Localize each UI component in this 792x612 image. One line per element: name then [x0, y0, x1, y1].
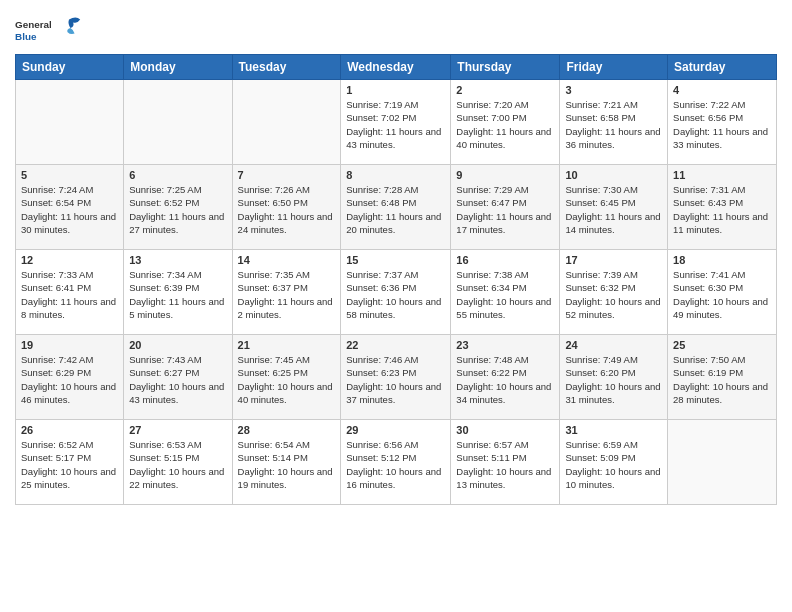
- day-info: Sunrise: 7:37 AM Sunset: 6:36 PM Dayligh…: [346, 268, 445, 321]
- calendar-cell: 15Sunrise: 7:37 AM Sunset: 6:36 PM Dayli…: [341, 250, 451, 335]
- day-info: Sunrise: 7:49 AM Sunset: 6:20 PM Dayligh…: [565, 353, 662, 406]
- calendar-cell: 12Sunrise: 7:33 AM Sunset: 6:41 PM Dayli…: [16, 250, 124, 335]
- calendar-cell: 14Sunrise: 7:35 AM Sunset: 6:37 PM Dayli…: [232, 250, 341, 335]
- calendar-cell: 22Sunrise: 7:46 AM Sunset: 6:23 PM Dayli…: [341, 335, 451, 420]
- day-info: Sunrise: 7:22 AM Sunset: 6:56 PM Dayligh…: [673, 98, 771, 151]
- calendar-cell: [668, 420, 777, 505]
- day-number: 3: [565, 84, 662, 96]
- day-info: Sunrise: 6:56 AM Sunset: 5:12 PM Dayligh…: [346, 438, 445, 491]
- day-number: 6: [129, 169, 226, 181]
- day-number: 8: [346, 169, 445, 181]
- calendar-cell: 10Sunrise: 7:30 AM Sunset: 6:45 PM Dayli…: [560, 165, 668, 250]
- day-info: Sunrise: 7:41 AM Sunset: 6:30 PM Dayligh…: [673, 268, 771, 321]
- day-info: Sunrise: 7:29 AM Sunset: 6:47 PM Dayligh…: [456, 183, 554, 236]
- calendar-header-thursday: Thursday: [451, 55, 560, 80]
- calendar-cell: 11Sunrise: 7:31 AM Sunset: 6:43 PM Dayli…: [668, 165, 777, 250]
- day-number: 15: [346, 254, 445, 266]
- day-number: 17: [565, 254, 662, 266]
- day-info: Sunrise: 7:20 AM Sunset: 7:00 PM Dayligh…: [456, 98, 554, 151]
- day-info: Sunrise: 7:46 AM Sunset: 6:23 PM Dayligh…: [346, 353, 445, 406]
- calendar-cell: 29Sunrise: 6:56 AM Sunset: 5:12 PM Dayli…: [341, 420, 451, 505]
- day-number: 20: [129, 339, 226, 351]
- day-info: Sunrise: 6:54 AM Sunset: 5:14 PM Dayligh…: [238, 438, 336, 491]
- day-info: Sunrise: 7:24 AM Sunset: 6:54 PM Dayligh…: [21, 183, 118, 236]
- day-number: 16: [456, 254, 554, 266]
- day-number: 26: [21, 424, 118, 436]
- day-info: Sunrise: 7:42 AM Sunset: 6:29 PM Dayligh…: [21, 353, 118, 406]
- day-number: 9: [456, 169, 554, 181]
- day-info: Sunrise: 7:34 AM Sunset: 6:39 PM Dayligh…: [129, 268, 226, 321]
- day-info: Sunrise: 7:33 AM Sunset: 6:41 PM Dayligh…: [21, 268, 118, 321]
- calendar-header-saturday: Saturday: [668, 55, 777, 80]
- day-number: 1: [346, 84, 445, 96]
- calendar-cell: 8Sunrise: 7:28 AM Sunset: 6:48 PM Daylig…: [341, 165, 451, 250]
- calendar-week-row: 12Sunrise: 7:33 AM Sunset: 6:41 PM Dayli…: [16, 250, 777, 335]
- calendar-cell: 26Sunrise: 6:52 AM Sunset: 5:17 PM Dayli…: [16, 420, 124, 505]
- calendar-header-row: SundayMondayTuesdayWednesdayThursdayFrid…: [16, 55, 777, 80]
- day-number: 21: [238, 339, 336, 351]
- calendar-week-row: 26Sunrise: 6:52 AM Sunset: 5:17 PM Dayli…: [16, 420, 777, 505]
- calendar-cell: 19Sunrise: 7:42 AM Sunset: 6:29 PM Dayli…: [16, 335, 124, 420]
- calendar-cell: 18Sunrise: 7:41 AM Sunset: 6:30 PM Dayli…: [668, 250, 777, 335]
- calendar-cell: 30Sunrise: 6:57 AM Sunset: 5:11 PM Dayli…: [451, 420, 560, 505]
- calendar-cell: 21Sunrise: 7:45 AM Sunset: 6:25 PM Dayli…: [232, 335, 341, 420]
- calendar-cell: 7Sunrise: 7:26 AM Sunset: 6:50 PM Daylig…: [232, 165, 341, 250]
- calendar: SundayMondayTuesdayWednesdayThursdayFrid…: [15, 54, 777, 505]
- calendar-header-sunday: Sunday: [16, 55, 124, 80]
- day-number: 23: [456, 339, 554, 351]
- day-number: 2: [456, 84, 554, 96]
- calendar-week-row: 1Sunrise: 7:19 AM Sunset: 7:02 PM Daylig…: [16, 80, 777, 165]
- calendar-cell: 3Sunrise: 7:21 AM Sunset: 6:58 PM Daylig…: [560, 80, 668, 165]
- day-number: 29: [346, 424, 445, 436]
- calendar-header-tuesday: Tuesday: [232, 55, 341, 80]
- day-info: Sunrise: 6:57 AM Sunset: 5:11 PM Dayligh…: [456, 438, 554, 491]
- calendar-cell: 25Sunrise: 7:50 AM Sunset: 6:19 PM Dayli…: [668, 335, 777, 420]
- calendar-cell: 2Sunrise: 7:20 AM Sunset: 7:00 PM Daylig…: [451, 80, 560, 165]
- calendar-cell: 24Sunrise: 7:49 AM Sunset: 6:20 PM Dayli…: [560, 335, 668, 420]
- day-number: 18: [673, 254, 771, 266]
- calendar-cell: 28Sunrise: 6:54 AM Sunset: 5:14 PM Dayli…: [232, 420, 341, 505]
- day-number: 7: [238, 169, 336, 181]
- calendar-cell: [124, 80, 232, 165]
- day-info: Sunrise: 7:38 AM Sunset: 6:34 PM Dayligh…: [456, 268, 554, 321]
- calendar-cell: 13Sunrise: 7:34 AM Sunset: 6:39 PM Dayli…: [124, 250, 232, 335]
- svg-text:General: General: [15, 19, 51, 30]
- day-number: 12: [21, 254, 118, 266]
- logo-container: General Blue: [15, 10, 83, 46]
- day-number: 24: [565, 339, 662, 351]
- day-number: 5: [21, 169, 118, 181]
- calendar-cell: 17Sunrise: 7:39 AM Sunset: 6:32 PM Dayli…: [560, 250, 668, 335]
- day-number: 30: [456, 424, 554, 436]
- day-info: Sunrise: 6:52 AM Sunset: 5:17 PM Dayligh…: [21, 438, 118, 491]
- header: General Blue: [15, 10, 777, 46]
- day-info: Sunrise: 7:48 AM Sunset: 6:22 PM Dayligh…: [456, 353, 554, 406]
- day-number: 27: [129, 424, 226, 436]
- day-number: 22: [346, 339, 445, 351]
- calendar-header-friday: Friday: [560, 55, 668, 80]
- logo-bird-icon: [55, 14, 83, 42]
- calendar-cell: 9Sunrise: 7:29 AM Sunset: 6:47 PM Daylig…: [451, 165, 560, 250]
- calendar-cell: 5Sunrise: 7:24 AM Sunset: 6:54 PM Daylig…: [16, 165, 124, 250]
- calendar-cell: 6Sunrise: 7:25 AM Sunset: 6:52 PM Daylig…: [124, 165, 232, 250]
- calendar-cell: 20Sunrise: 7:43 AM Sunset: 6:27 PM Dayli…: [124, 335, 232, 420]
- day-info: Sunrise: 7:19 AM Sunset: 7:02 PM Dayligh…: [346, 98, 445, 151]
- page: General Blue SundayMondayTuesdayWednesda…: [0, 0, 792, 612]
- day-info: Sunrise: 7:30 AM Sunset: 6:45 PM Dayligh…: [565, 183, 662, 236]
- day-number: 13: [129, 254, 226, 266]
- logo: General Blue: [15, 10, 83, 46]
- day-number: 31: [565, 424, 662, 436]
- day-number: 11: [673, 169, 771, 181]
- calendar-week-row: 19Sunrise: 7:42 AM Sunset: 6:29 PM Dayli…: [16, 335, 777, 420]
- calendar-cell: 16Sunrise: 7:38 AM Sunset: 6:34 PM Dayli…: [451, 250, 560, 335]
- calendar-cell: 4Sunrise: 7:22 AM Sunset: 6:56 PM Daylig…: [668, 80, 777, 165]
- calendar-cell: 23Sunrise: 7:48 AM Sunset: 6:22 PM Dayli…: [451, 335, 560, 420]
- day-info: Sunrise: 7:21 AM Sunset: 6:58 PM Dayligh…: [565, 98, 662, 151]
- day-number: 4: [673, 84, 771, 96]
- calendar-cell: 1Sunrise: 7:19 AM Sunset: 7:02 PM Daylig…: [341, 80, 451, 165]
- day-number: 14: [238, 254, 336, 266]
- calendar-week-row: 5Sunrise: 7:24 AM Sunset: 6:54 PM Daylig…: [16, 165, 777, 250]
- calendar-cell: 31Sunrise: 6:59 AM Sunset: 5:09 PM Dayli…: [560, 420, 668, 505]
- day-info: Sunrise: 7:45 AM Sunset: 6:25 PM Dayligh…: [238, 353, 336, 406]
- day-number: 25: [673, 339, 771, 351]
- calendar-cell: [232, 80, 341, 165]
